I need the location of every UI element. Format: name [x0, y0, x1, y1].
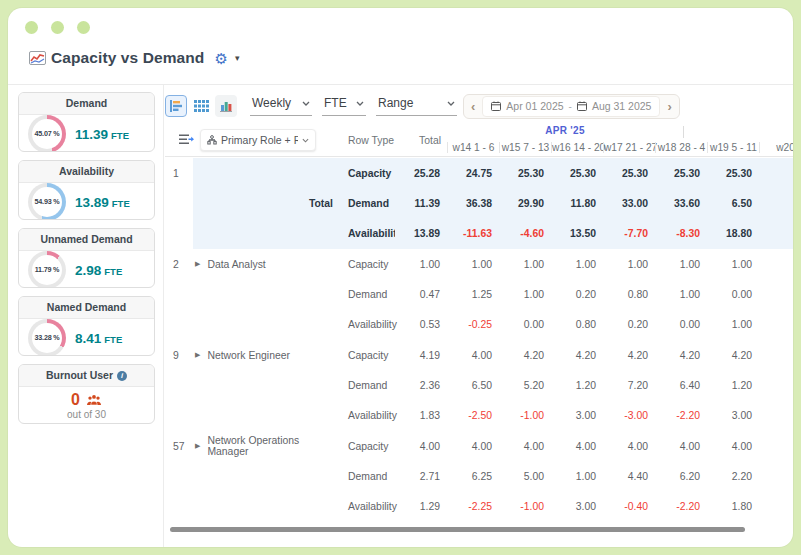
- grouping-select[interactable]: Primary Role + Resource...: [200, 129, 316, 151]
- clipped-week-cell: [759, 249, 793, 279]
- kpi-card-body: 33.28 %8.41FTE: [19, 319, 154, 356]
- table-group: 57▶Network Operations ManagerCapacity4.0…: [165, 431, 793, 522]
- info-icon[interactable]: i: [117, 371, 127, 381]
- value-cell: 6.25: [447, 461, 499, 491]
- timeline-view-button[interactable]: [165, 95, 187, 117]
- date-range-field[interactable]: Apr 01 2025 - Aug 31 2025: [482, 96, 660, 117]
- value-cell: 2.36: [395, 370, 447, 400]
- calendar-icon: [577, 101, 587, 111]
- row-type-cell: Demand: [343, 461, 395, 491]
- value-cell: 25.30: [655, 158, 707, 188]
- table-row: Demand2.366.505.201.207.206.401.20: [165, 370, 793, 400]
- row-type-cell: Availability: [343, 401, 395, 431]
- value-cell: 4.20: [603, 340, 655, 370]
- value-cell: -0.25: [447, 310, 499, 340]
- range-select-value: Range: [378, 96, 413, 110]
- value-cell: 1.29: [395, 492, 447, 522]
- chevron-down-icon: [302, 138, 309, 143]
- value-cell: 0.47: [395, 279, 447, 309]
- group-name-cell: [193, 492, 343, 522]
- flatten-sort-icon[interactable]: [178, 133, 194, 146]
- expand-arrow-icon[interactable]: ▶: [195, 442, 200, 450]
- value-cell: -1.00: [499, 492, 551, 522]
- table-row: Availability0.53-0.250.000.800.200.001.0…: [165, 310, 793, 340]
- value-cell: 4.00: [499, 431, 551, 461]
- kpi-card-0: Demand45.07 %11.39FTE: [18, 92, 155, 152]
- date-range-picker: ‹ Apr 01 2025 - Aug 31 2025 ›: [463, 94, 680, 119]
- value-cell: 6.20: [655, 461, 707, 491]
- burnout-card: Burnout User i 0: [18, 364, 155, 424]
- value-cell: 1.00: [395, 249, 447, 279]
- value-cell: 11.39: [395, 188, 447, 218]
- kpi-sidebar: Demand45.07 %11.39FTEAvailability54.93 %…: [18, 92, 155, 424]
- value-cell: 1.25: [447, 279, 499, 309]
- table-group: 9▶Network EngineerCapacity4.194.004.204.…: [165, 340, 793, 431]
- page-title: Capacity vs Demand: [51, 49, 204, 67]
- expand-arrow-icon[interactable]: ▶: [195, 260, 200, 268]
- value-cell: 5.00: [499, 461, 551, 491]
- kpi-donut: 11.79 %: [28, 251, 66, 289]
- table-body: 1Capacity25.2824.7525.3025.3025.3025.302…: [165, 158, 793, 522]
- row-number: 2: [165, 249, 193, 279]
- value-cell: 36.38: [447, 188, 499, 218]
- week-column-header: w16 14 - 20: [551, 142, 603, 153]
- row-number: 1: [165, 158, 193, 188]
- row-type-cell: Capacity: [343, 340, 395, 370]
- table-row: Availability1.29-2.25-1.003.00-0.40-2.20…: [165, 492, 793, 522]
- value-cell: 4.20: [655, 340, 707, 370]
- range-select[interactable]: Range: [376, 96, 457, 116]
- value-cell: 1.20: [551, 370, 603, 400]
- table-row: 57▶Network Operations ManagerCapacity4.0…: [165, 431, 793, 461]
- row-number: [165, 370, 193, 400]
- table-row: TotalDemand11.3936.3829.9011.8033.0033.6…: [165, 188, 793, 218]
- period-select[interactable]: Weekly: [250, 96, 312, 116]
- kpi-card-1: Availability54.93 %13.89FTE: [18, 160, 155, 220]
- kpi-value: 8.41: [75, 331, 101, 346]
- window-dot[interactable]: [51, 21, 64, 34]
- grid-view-button[interactable]: [190, 95, 212, 117]
- value-cell: 13.89: [395, 219, 447, 249]
- row-number: 57: [165, 431, 193, 461]
- value-cell: 2.20: [707, 461, 759, 491]
- row-type-cell: Demand: [343, 370, 395, 400]
- value-cell: 4.00: [707, 431, 759, 461]
- value-cell: 1.00: [707, 310, 759, 340]
- value-cell: 4.20: [499, 340, 551, 370]
- row-number: [165, 219, 193, 249]
- bar-chart-view-button[interactable]: [215, 95, 237, 117]
- row-number: [165, 401, 193, 431]
- value-cell: 7.20: [603, 370, 655, 400]
- value-cell: 0.20: [551, 279, 603, 309]
- group-name-cell: [193, 310, 343, 340]
- value-cell: 1.20: [707, 370, 759, 400]
- prev-period-button[interactable]: ‹: [468, 100, 478, 113]
- kpi-donut: 33.28 %: [28, 319, 66, 357]
- window-dot[interactable]: [25, 21, 38, 34]
- clipped-week-cell: [759, 370, 793, 400]
- value-cell: 3.00: [551, 401, 603, 431]
- horizontal-scrollbar-thumb[interactable]: [170, 527, 745, 532]
- burnout-card-title: Burnout User: [46, 365, 113, 386]
- kpi-percent: 33.28 %: [35, 333, 60, 342]
- date-range-separator: -: [569, 101, 572, 112]
- kpi-donut-center: 54.93 %: [32, 187, 62, 217]
- value-cell: 1.83: [395, 401, 447, 431]
- settings-caret-icon[interactable]: ▾: [235, 53, 240, 63]
- window-dot[interactable]: [77, 21, 90, 34]
- clipped-week-cell: [759, 461, 793, 491]
- value-cell: 0.00: [499, 310, 551, 340]
- next-period-button[interactable]: ›: [664, 100, 674, 113]
- group-name: Network Operations Manager: [207, 435, 343, 457]
- settings-gear-icon[interactable]: ⚙: [214, 51, 227, 66]
- week-column-header: w15 7 - 13: [499, 142, 551, 153]
- value-cell: -2.20: [655, 492, 707, 522]
- value-cell: 13.50: [551, 219, 603, 249]
- line-chart-icon: [29, 51, 46, 65]
- unit-select[interactable]: FTE: [322, 96, 366, 116]
- kpi-value: 2.98: [75, 263, 101, 278]
- table-row: 9▶Network EngineerCapacity4.194.004.204.…: [165, 340, 793, 370]
- expand-arrow-icon[interactable]: ▶: [195, 351, 200, 359]
- value-cell: -8.30: [655, 219, 707, 249]
- value-cell: 24.75: [447, 158, 499, 188]
- group-name-cell: Total: [193, 188, 343, 218]
